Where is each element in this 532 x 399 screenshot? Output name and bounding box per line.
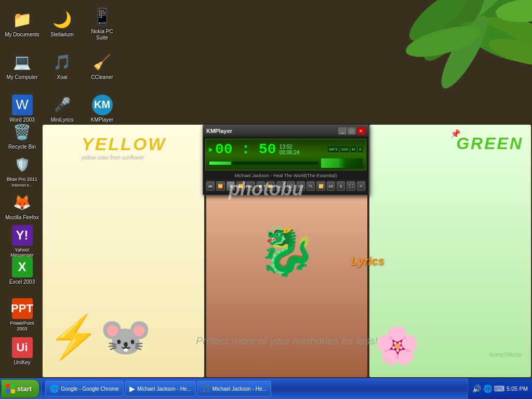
excel-icon: X [12, 257, 33, 277]
nokia-label: Nokia PC Suite [85, 29, 119, 41]
start-button[interactable]: start [1, 379, 39, 398]
icon-my-computer[interactable]: 💻 My Computer [3, 45, 42, 87]
km-song-title: Michael Jackson - Heal The World(The Ess… [205, 172, 366, 179]
xoai-label: Xoai [57, 74, 67, 81]
km-format-s: S [358, 147, 363, 152]
xoai-icon: 🎵 [52, 52, 73, 73]
km-display: ▶ 00 : 50 13:02 00:06:24 MP3 320 M S [205, 139, 366, 170]
kmplayer-body: ▶ 00 : 50 13:02 00:06:24 MP3 320 M S [203, 137, 368, 195]
km-vol-down-button[interactable]: 🔉 [276, 181, 285, 191]
km-waveform [321, 158, 363, 168]
km-progress-area [209, 158, 363, 168]
unikey-label: UniKey [14, 360, 30, 366]
systray-speaker-icon[interactable]: 🔊 [472, 384, 481, 393]
svg-point-6 [434, 10, 495, 94]
start-label: start [17, 385, 32, 393]
km-pause-button[interactable]: ⏸ [227, 181, 235, 191]
km-play-indicator: ▶ [209, 147, 213, 152]
systray-network-icon[interactable]: 🌐 [483, 384, 492, 393]
credit-value: hoangTdfucky [489, 352, 522, 357]
minimize-button[interactable]: _ [338, 127, 347, 135]
taskbar: start 🌐 Google - Google Chrome ▶ Michael… [0, 378, 532, 399]
system-tray: 🔊 🌐 ⌨ 5:05 PM [468, 378, 532, 399]
stellarium-label: Stellarium [50, 32, 73, 38]
my-documents-label: My Documents [5, 32, 39, 38]
stellarium-icon: 🌙 [52, 9, 73, 30]
taskbar-item-chrome[interactable]: 🌐 Google - Google Chrome [45, 381, 124, 396]
yahoo-icon: Y! [12, 225, 33, 246]
kmplayer-titlebar: KMPlayer _ □ ✕ [203, 125, 368, 137]
icon-unikey[interactable]: Ui UniKey [3, 335, 42, 368]
svg-point-2 [473, 12, 532, 50]
km-playlist-button[interactable]: PL [307, 181, 315, 191]
icon-stellarium[interactable]: 🌙 Stellarium [43, 3, 82, 44]
km-repeat-button[interactable]: 🔁 [316, 181, 325, 191]
leaf-decoration [272, 0, 532, 130]
window-controls: _ □ ✕ [338, 127, 365, 135]
svg-point-9 [403, 20, 485, 63]
lyrics-overlay: Lyrics [203, 255, 532, 268]
km-eq-button[interactable]: EQ [297, 181, 305, 191]
yellow-title: YELLOW [82, 134, 166, 154]
icon-firefox[interactable]: 🦊 Mozilla Firefox [3, 190, 42, 223]
kmplayer-window: KMPlayer _ □ ✕ ▶ 00 : 50 13:02 [203, 125, 369, 195]
taskbar-chrome-label: Google - Google Chrome [61, 386, 119, 392]
recycle-bin-label: Recycle Bin [8, 144, 36, 150]
km-progress-fill [209, 162, 231, 165]
recycle-bin-icon: 🗑️ [12, 122, 33, 142]
green-title: GREEN [456, 134, 523, 153]
km-next-button[interactable]: ⏭ [246, 181, 255, 191]
ccleaner-icon: 🧹 [92, 52, 113, 73]
km-fullscreen-button[interactable]: ⛶ [347, 181, 355, 191]
taskbar-item-kmplayer1[interactable]: ▶ Michael Jackson - He... [125, 381, 196, 396]
minilyrics-label: MiniLyrics [50, 117, 73, 123]
taskbar-item-kmplayer2[interactable]: 🎵 Michael Jackson - He... [197, 381, 271, 396]
icon-recycle-bin[interactable]: 🗑️ Recycle Bin [3, 119, 42, 152]
systray-keyboard-icon[interactable]: ⌨ [494, 384, 504, 393]
bkav-icon: 🛡️ [12, 154, 33, 175]
km-fwd-button[interactable]: ⏩ [236, 181, 245, 191]
km-ab-button[interactable]: AB [327, 181, 335, 191]
my-documents-icon: 📁 [12, 9, 33, 30]
svg-point-4 [495, 0, 532, 24]
logo-red [6, 384, 10, 388]
lyrics-text: Lyrics [351, 255, 384, 268]
firefox-label: Mozilla Firefox [5, 215, 38, 221]
bkav-label: Bkav Pro 2011Internet e... [7, 177, 37, 188]
icon-minilyrics[interactable]: 🎤 MiniLyrics [43, 88, 82, 129]
km-b-button[interactable]: B [337, 181, 345, 191]
windows-logo [6, 384, 15, 393]
icon-kmplayer[interactable]: KM KMPlayer [83, 88, 122, 129]
km-vol-up-button[interactable]: 🔊 [287, 181, 295, 191]
icon-nokia-pc-suite[interactable]: 📱 Nokia PC Suite [83, 3, 122, 44]
taskbar-items: 🌐 Google - Google Chrome ▶ Michael Jacks… [43, 381, 468, 396]
svg-point-8 [486, 33, 532, 71]
km-prev-button[interactable]: ⏮ [206, 181, 215, 191]
icon-powerpoint[interactable]: PPT PowerPoint2003 [3, 296, 42, 334]
maximize-button[interactable]: □ [348, 127, 356, 135]
desktop: 📁 My Documents 🌙 Stellarium 📱 Nokia PC S… [0, 0, 532, 378]
km-elapsed-time: 00:06:24 [280, 150, 300, 155]
km-seekbar[interactable] [209, 161, 319, 165]
svg-point-0 [446, 0, 532, 45]
close-button[interactable]: ✕ [357, 127, 365, 135]
icon-ccleaner[interactable]: 🧹 CCleaner [83, 45, 122, 87]
icon-excel-2003[interactable]: X Excel 2003 [3, 255, 42, 287]
pushpin-icon: 📌 [450, 129, 461, 139]
km-stop-button[interactable]: ⏹ [257, 181, 265, 191]
left-icons: 🗑️ Recycle Bin 🛡️ Bkav Pro 2011Internet … [3, 119, 42, 260]
kmplayer-label: KMPlayer [91, 117, 113, 123]
km-rew-button[interactable]: ⏪ [216, 181, 224, 191]
my-computer-icon: 💻 [12, 52, 33, 73]
svg-point-7 [402, 0, 474, 49]
unikey-icon: Ui [12, 337, 33, 358]
km-open-button[interactable]: 📂 [267, 181, 275, 191]
kmplayer-desktop-icon: KM [92, 95, 113, 115]
icon-xoai[interactable]: 🎵 Xoai [43, 45, 82, 87]
icon-my-documents[interactable]: 📁 My Documents [3, 3, 42, 44]
yellow-subtitle: yellow color from sunflower [82, 155, 144, 161]
icon-bkav[interactable]: 🛡️ Bkav Pro 2011Internet e... [3, 152, 42, 190]
logo-yellow [11, 389, 15, 393]
taskbar-km2-label: Michael Jackson - He... [212, 386, 267, 392]
km-more-button[interactable]: ≡ [357, 181, 365, 191]
